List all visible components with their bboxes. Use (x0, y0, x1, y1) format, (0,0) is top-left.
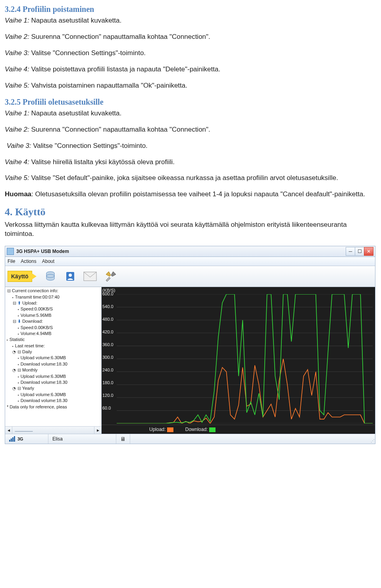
tree-root[interactable]: ⊟ Current connection info: (7, 288, 100, 294)
tree-text: Download: (22, 319, 43, 324)
step-text: Suurenna "Connection" napauttamalla koht… (29, 33, 210, 40)
chart-plot (117, 294, 373, 423)
modem-window: 3G HSPA+ USB Modem ─ ☐ ✕ File Actions Ab… (5, 246, 375, 444)
step-text: Napauta asetustilat kuvaketta. (29, 17, 121, 24)
statusbar: 3G Elisa 🖥 ⋰ (5, 434, 375, 444)
step-text: Valitse "Connection Settings"-toiminto. (31, 142, 147, 149)
step-text: Valitse "Connection Settings"-toiminto. (29, 49, 146, 57)
step-label: Vaihe 1: (5, 109, 29, 117)
note-label: Huomaa (5, 190, 31, 198)
y-tick: 600.0 (102, 291, 114, 296)
tree-upload[interactable]: ⊟ ⬆ Upload: (7, 300, 100, 306)
tree-up-vol: Volume:5.96MB (7, 312, 100, 318)
app-icon (7, 248, 14, 255)
tree-text: Current connection info: (12, 288, 58, 293)
horizontal-scrollbar[interactable]: ◀ ▶ (5, 426, 101, 434)
step-text: Suurenna "Connection" napauttamalla koht… (29, 126, 210, 133)
y-tick: 360.0 (102, 342, 114, 347)
tree-text: Monthly (22, 368, 38, 372)
step-label: Vaihe 2: (5, 33, 29, 40)
status-operator-cell: Elisa (48, 434, 116, 444)
y-tick: 300.0 (102, 355, 114, 360)
status-operator: Elisa (52, 436, 63, 442)
heading-324: 3.2.4 Profiilin poistaminen (5, 5, 376, 14)
legend-download-swatch (209, 427, 216, 432)
y-tick: 540.0 (102, 304, 114, 309)
scroll-left-arrow-icon[interactable]: ◀ (5, 427, 12, 434)
resize-grip-icon[interactable]: ⋰ (371, 439, 374, 443)
tree-y-up: Upload volume:6.30MB (7, 392, 100, 398)
tree-daily[interactable]: ⊟ Daily (7, 349, 100, 355)
menu-file[interactable]: File (8, 259, 15, 264)
tree-text: Daily (22, 349, 32, 354)
step-325-5: Vaihe 5: Valitse "Set default"-painike, … (5, 174, 376, 183)
tree-dn-vol: Volume:4.94MB (7, 331, 100, 337)
scroll-right-arrow-icon[interactable]: ▶ (94, 427, 101, 434)
menu-actions[interactable]: Actions (21, 259, 36, 264)
titlebar[interactable]: 3G HSPA+ USB Modem ─ ☐ ✕ (5, 246, 375, 257)
menu-about[interactable]: About (42, 259, 54, 264)
step-324-1: Vaihe 1: Napauta asetustilat kuvaketta. (5, 16, 376, 25)
step-label: Vaihe 2: (5, 126, 29, 133)
tree-download[interactable]: ⊟ ⬇ Download: (7, 318, 100, 324)
tree-yearly[interactable]: ⊟ Yearly (7, 385, 100, 391)
tree-text: Yearly (22, 386, 34, 391)
y-tick: 480.0 (102, 317, 114, 322)
step-324-2: Vaihe 2: Suurenna "Connection" napauttam… (5, 33, 376, 42)
step-325-1: Vaihe 1: Napauta asetustilat kuvaketta. (5, 109, 376, 118)
maximize-button[interactable]: ☐ (355, 247, 364, 256)
step-325-3: Vaihe 3: Valitse "Connection Settings"-t… (5, 142, 376, 151)
window-title: 3G HSPA+ USB Modem (16, 249, 346, 254)
tree-up-speed: Speed:0.00KB/S (7, 306, 100, 312)
minimize-button[interactable]: ─ (346, 247, 355, 256)
tree-d-up: Upload volume:6.30MB (7, 355, 100, 361)
step-text: Vahvista poistaminen napauttamalla "Ok"-… (29, 82, 187, 89)
sidebar: ⊟ Current connection info: Transmit time… (5, 287, 102, 434)
database-icon[interactable] (42, 268, 59, 285)
toolbar: Käyttö (5, 266, 375, 287)
note-325: Huomaa: Oletusasetuksilla olevan profiil… (5, 190, 376, 199)
step-label: Vaihe 5: (5, 174, 29, 182)
tree-last-reset: Last reset time: (7, 343, 100, 349)
tree-m-up: Upload volume:6.30MB (7, 373, 100, 379)
legend-upload-swatch (167, 427, 173, 432)
svg-point-3 (69, 274, 72, 277)
tree-reference-note: * Data only for reference, pleas (7, 404, 100, 410)
step-325-2: Vaihe 2: Suurenna "Connection" napauttam… (5, 125, 376, 134)
heading-325: 3.2.5 Profiili oletusasetuksille (5, 98, 376, 107)
step-label: Vaihe 4: (5, 158, 29, 166)
chart-legend: Upload: Download: (102, 425, 375, 434)
tree-transmit: Transmit time:00:07:40 (7, 294, 100, 300)
tree-monthly[interactable]: ⊟ Monthly (7, 367, 100, 373)
step-324-3: Vaihe 3: Valitse "Connection Settings"-t… (5, 49, 376, 58)
close-button[interactable]: ✕ (364, 247, 373, 256)
settings-icon[interactable] (101, 268, 119, 285)
menubar: File Actions About (5, 257, 375, 266)
toolbar-label-usage: Käyttö (8, 271, 32, 282)
tree-dn-speed: Speed:0.00KB/S (7, 325, 100, 331)
legend-upload-label: Upload: (149, 427, 165, 432)
contacts-icon[interactable] (62, 268, 79, 285)
legend-upload: Upload: (149, 427, 176, 432)
note-text: : Oletusasetuksilla olevan profiilin poi… (31, 190, 365, 198)
step-325-4: Vaihe 4: Valitse hiirellä listalta yksi … (5, 158, 376, 167)
tree-y-dn: Download volume:18.30 (7, 398, 100, 404)
tree-d-dn: Download volume:18.30 (7, 361, 100, 367)
step-label: Vaihe 4: (5, 65, 29, 73)
status-screens-icon: 🖥 (116, 434, 130, 444)
scroll-thumb[interactable] (15, 431, 33, 432)
y-tick: 120.0 (102, 393, 114, 398)
step-text: Napauta asetustilat kuvaketta. (29, 109, 121, 117)
step-label: Vaihe 3: (7, 142, 31, 149)
step-324-5: Vaihe 5: Vahvista poistaminen napauttama… (5, 81, 376, 90)
step-label: Vaihe 5: (5, 82, 29, 89)
chart-svg (117, 294, 373, 423)
mail-icon[interactable] (81, 268, 99, 285)
tree-m-dn: Download volume:18.30 (7, 379, 100, 385)
step-324-4: Vaihe 4: Valitse poistettava profiili li… (5, 65, 376, 74)
heading-4: 4. Käyttö (5, 206, 376, 218)
y-tick: 60.0 (102, 406, 111, 410)
section-4-text: Verkossa liittymän kautta kulkevaa liitt… (5, 220, 376, 239)
y-tick: 420.0 (102, 329, 114, 334)
step-text: Valitse hiirellä listalta yksi käytössä … (29, 158, 175, 166)
